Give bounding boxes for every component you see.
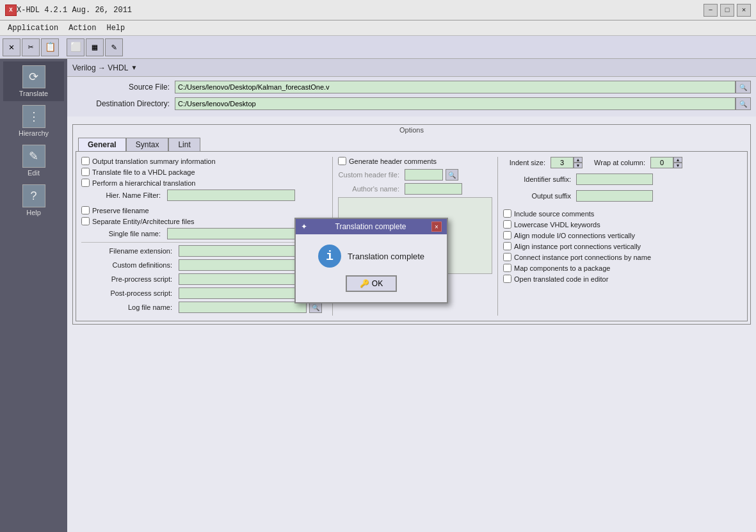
right-checkbox-label-3: Align instance port connections vertical…: [514, 243, 641, 250]
filename-ext-input[interactable]: [179, 245, 307, 257]
tab-syntax[interactable]: Syntax: [126, 138, 169, 151]
checkbox-header: Generate header comments: [338, 157, 492, 165]
tab-general[interactable]: General: [78, 138, 126, 151]
right-checkbox-input-2[interactable]: [503, 231, 511, 239]
indent-value[interactable]: [551, 157, 574, 168]
custom-def-row: Custom definitions: 🔍: [81, 259, 322, 271]
checkbox-header-input[interactable]: [338, 157, 346, 165]
dest-dir-browse[interactable]: 🔍: [736, 97, 751, 110]
sidebar-label-edit: Edit: [28, 169, 40, 177]
indent-label: Indent size:: [503, 159, 548, 166]
right-checkbox-1: Lowercase VHDL keywords: [503, 220, 742, 229]
custom-def-input[interactable]: [179, 259, 307, 271]
checkbox-summary: Output translation summary information: [81, 157, 322, 165]
toolbar-btn-1[interactable]: ✕: [3, 38, 20, 56]
log-file-row: Log file name: 🔍: [81, 302, 322, 313]
close-button[interactable]: ×: [737, 4, 751, 17]
sidebar-item-translate[interactable]: ⟳ Translate: [3, 61, 64, 101]
checkbox-header-label: Generate header comments: [349, 157, 437, 165]
toolbar-btn-4[interactable]: ⬜: [67, 38, 84, 56]
modal-close-button[interactable]: ×: [431, 222, 442, 232]
toolbar-btn-3[interactable]: 📋: [41, 38, 59, 56]
translate-icon: ⟳: [22, 65, 45, 88]
pre-script-row: Pre-procress script: 🔍: [81, 273, 322, 285]
right-checkbox-input-0[interactable]: [503, 209, 511, 218]
right-checkbox-input-5[interactable]: [503, 264, 511, 272]
edit-icon: ✎: [22, 145, 45, 168]
menu-help[interactable]: Help: [101, 22, 130, 34]
menu-action[interactable]: Action: [63, 22, 101, 34]
right-checkbox-input-4[interactable]: [503, 253, 511, 261]
dropdown-bar: Verilog → VHDL ▼: [67, 59, 756, 77]
maximize-button[interactable]: □: [720, 4, 734, 17]
hierarchy-icon: ⋮: [22, 105, 45, 128]
right-checkbox-label-2: Align module I/O connections vertically: [514, 232, 635, 239]
post-script-row: Post-process script: 🔍: [81, 287, 322, 299]
checkbox-package-input[interactable]: [81, 168, 90, 176]
checkbox-preserve-label: Preserve filename: [92, 207, 149, 214]
title-bar: X X-HDL 4.2.1 Aug. 26, 2011 − □ ×: [0, 0, 756, 20]
modal-message-text: Translation complete: [348, 252, 424, 261]
log-file-input[interactable]: [179, 302, 307, 313]
source-file-input[interactable]: [175, 81, 736, 93]
right-checkbox-input-3[interactable]: [503, 242, 511, 250]
post-script-input[interactable]: [179, 287, 307, 299]
dest-dir-row: Destination Directory: 🔍: [72, 97, 751, 110]
right-checkbox-2: Align module I/O connections vertically: [503, 231, 742, 239]
modal-title-text: Translation complete: [335, 222, 406, 231]
toolbar-btn-5[interactable]: ▦: [86, 38, 104, 56]
left-column: Output translation summary information T…: [81, 157, 327, 316]
right-checkbox-input-6[interactable]: [503, 275, 511, 283]
checkbox-separate-input[interactable]: [81, 217, 90, 225]
output-suffix-input[interactable]: [576, 190, 653, 202]
single-file-input[interactable]: [167, 228, 295, 239]
checkbox-preserve-input[interactable]: [81, 206, 90, 214]
right-checkbox-4: Connect instance port connections by nam…: [503, 253, 742, 261]
sidebar-label-translate: Translate: [19, 90, 48, 97]
checkbox-package-label: Translate file to a VHDL package: [92, 168, 195, 176]
single-file-row: Single file name: 🔍: [81, 228, 322, 239]
sidebar-item-help[interactable]: ? Help: [3, 181, 64, 220]
hier-filter-input[interactable]: [167, 189, 295, 201]
menu-application[interactable]: Application: [3, 22, 63, 34]
toolbar-btn-6[interactable]: ✎: [105, 38, 123, 56]
right-checkbox-input-1[interactable]: [503, 220, 511, 229]
wrap-down[interactable]: ▼: [673, 163, 682, 168]
checkbox-summary-input[interactable]: [81, 157, 90, 165]
modal-ok-label: OK: [372, 279, 383, 288]
dropdown-arrow-icon: ▼: [131, 64, 137, 71]
custom-header-browse[interactable]: 🔍: [446, 169, 458, 181]
wrap-label: Wrap at column:: [590, 159, 648, 166]
identifier-suffix-input[interactable]: [576, 173, 653, 185]
dest-dir-input[interactable]: [175, 97, 736, 110]
right-checkbox-label-4: Connect instance port connections by nam…: [514, 254, 651, 261]
checkbox-hierarchical-input[interactable]: [81, 179, 90, 187]
indent-down[interactable]: ▼: [574, 163, 583, 168]
modal-title-bar: ✦ Translation complete ×: [296, 219, 447, 234]
author-input[interactable]: [405, 183, 462, 195]
sidebar: ⟳ Translate ⋮ Hierarchy ✎ Edit ? Help: [0, 59, 67, 532]
wrap-up[interactable]: ▲: [673, 157, 682, 163]
pre-script-input[interactable]: [179, 273, 307, 285]
source-file-browse[interactable]: 🔍: [736, 81, 751, 93]
right-checkbox-0: Include source comments: [503, 209, 742, 218]
toolbar-btn-2[interactable]: ✂: [22, 38, 40, 56]
identifier-suffix-row: Identifier suffix:: [503, 173, 742, 185]
sidebar-item-edit[interactable]: ✎ Edit: [3, 141, 64, 181]
modal-ok-button[interactable]: 🔑 OK: [346, 275, 397, 292]
tab-bar: General Syntax Lint: [73, 135, 750, 151]
minimize-button[interactable]: −: [704, 4, 718, 17]
wrap-value[interactable]: [650, 157, 673, 168]
right-checkbox-6: Open translated code in editor: [503, 275, 742, 283]
translation-mode-dropdown[interactable]: Verilog → VHDL ▼: [72, 63, 137, 72]
sidebar-item-hierarchy[interactable]: ⋮ Hierarchy: [3, 101, 64, 141]
checkbox-preserve: Preserve filename: [81, 206, 322, 214]
checkbox-hierarchical-label: Perform a hierarchical translation: [92, 179, 195, 187]
output-suffix-label: Output suffix: [503, 192, 574, 200]
right-checkboxes: Include source commentsLowercase VHDL ke…: [503, 209, 742, 283]
indent-up[interactable]: ▲: [574, 157, 583, 163]
custom-header-input[interactable]: [405, 169, 443, 181]
post-script-label: Post-process script:: [81, 289, 176, 297]
sidebar-label-help: Help: [26, 209, 41, 216]
tab-lint[interactable]: Lint: [168, 138, 200, 151]
